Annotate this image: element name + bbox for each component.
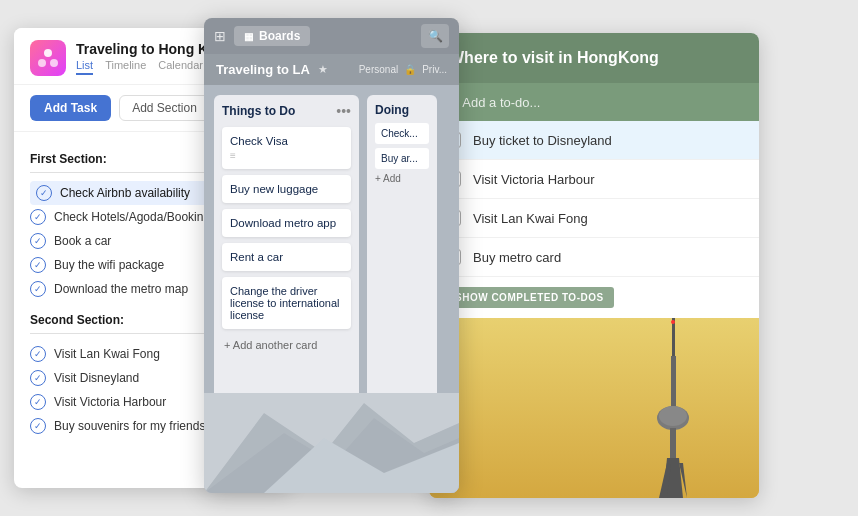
card-text: Change the driver license to internation… bbox=[230, 285, 343, 321]
show-completed-button[interactable]: SHOW COMPLETED TO-DOS bbox=[445, 287, 614, 308]
add-doing-button[interactable]: + Add bbox=[375, 173, 429, 184]
task-checkbox[interactable]: ✓ bbox=[30, 346, 46, 362]
window3-header: Where to visit in HongKong bbox=[429, 33, 759, 83]
todo-item: Visit Victoria Harbour bbox=[429, 160, 759, 199]
boards-grid-icon: ▦ bbox=[244, 31, 253, 42]
todo-item: Visit Lan Kwai Fong bbox=[429, 199, 759, 238]
star-icon[interactable]: ★ bbox=[318, 63, 328, 76]
search-button[interactable]: 🔍 bbox=[421, 24, 449, 48]
todo-list: Buy ticket to Disneyland Visit Victoria … bbox=[429, 121, 759, 277]
col-menu-icon[interactable]: ••• bbox=[336, 103, 351, 119]
trello-card[interactable]: Change the driver license to internation… bbox=[222, 277, 351, 329]
card-text: Rent a car bbox=[230, 251, 343, 263]
doing-card[interactable]: Check... bbox=[375, 123, 429, 144]
trello-card[interactable]: Check Visa ≡ bbox=[222, 127, 351, 169]
add-task-button[interactable]: Add Task bbox=[30, 95, 111, 121]
task-checkbox[interactable]: ✓ bbox=[36, 185, 52, 201]
task-checkbox[interactable]: ✓ bbox=[30, 370, 46, 386]
todo-item: Buy ticket to Disneyland bbox=[429, 121, 759, 160]
board-title: Traveling to LA bbox=[216, 62, 310, 77]
task-checkbox[interactable]: ✓ bbox=[30, 209, 46, 225]
trello-card[interactable]: Buy new luggage bbox=[222, 175, 351, 203]
trello-topbar: ⊞ ▦ Boards 🔍 bbox=[204, 18, 459, 54]
task-text: Buy souvenirs for my friends bbox=[54, 419, 205, 433]
svg-rect-7 bbox=[429, 318, 759, 498]
add-section-button[interactable]: Add Section bbox=[119, 95, 210, 121]
task-checkbox[interactable]: ✓ bbox=[30, 394, 46, 410]
tab-timeline[interactable]: Timeline bbox=[105, 59, 146, 75]
todo-text: Visit Lan Kwai Fong bbox=[473, 211, 588, 226]
card-drag-icon: ≡ bbox=[230, 150, 343, 161]
boards-label: Boards bbox=[259, 29, 300, 43]
col-title-todo: Things to Do bbox=[222, 104, 295, 118]
task-text: Visit Victoria Harbour bbox=[54, 395, 166, 409]
board-tag-personal: Personal bbox=[359, 64, 398, 75]
task-text: Download the metro map bbox=[54, 282, 188, 296]
board-tag-priv: Priv... bbox=[422, 64, 447, 75]
col-title-doing: Doing bbox=[375, 103, 429, 117]
boards-button[interactable]: ▦ Boards bbox=[234, 26, 310, 46]
todo-text: Buy ticket to Disneyland bbox=[473, 133, 612, 148]
todo-text: Buy metro card bbox=[473, 250, 561, 265]
task-text: Visit Disneyland bbox=[54, 371, 139, 385]
app-icon bbox=[30, 40, 66, 76]
board-header: Traveling to LA ★ Personal 🔒 Priv... bbox=[204, 54, 459, 85]
hongkong-window: Where to visit in HongKong + Add a to-do… bbox=[429, 33, 759, 498]
tower-svg bbox=[429, 318, 759, 498]
task-text: Visit Lan Kwai Fong bbox=[54, 347, 160, 361]
task-checkbox[interactable]: ✓ bbox=[30, 257, 46, 273]
todo-item: Buy metro card bbox=[429, 238, 759, 277]
svg-point-16 bbox=[671, 320, 675, 324]
task-checkbox[interactable]: ✓ bbox=[30, 418, 46, 434]
task-text: Book a car bbox=[54, 234, 111, 248]
svg-rect-8 bbox=[672, 318, 675, 358]
trello-card[interactable]: Rent a car bbox=[222, 243, 351, 271]
window3-title: Where to visit in HongKong bbox=[449, 49, 739, 67]
card-text: Download metro app bbox=[230, 217, 343, 229]
trello-window: ⊞ ▦ Boards 🔍 Traveling to LA ★ Personal … bbox=[204, 18, 459, 493]
task-text: Buy the wifi package bbox=[54, 258, 164, 272]
add-card-button[interactable]: + Add another card bbox=[222, 335, 351, 355]
task-text: Check Airbnb availability bbox=[60, 186, 190, 200]
board-privacy-icon: 🔒 bbox=[404, 64, 416, 75]
search-icon: 🔍 bbox=[428, 29, 443, 43]
mountain-bg bbox=[204, 393, 459, 493]
svg-point-0 bbox=[44, 49, 52, 57]
card-text: Buy new luggage bbox=[230, 183, 343, 195]
trello-card[interactable]: Download metro app bbox=[222, 209, 351, 237]
add-todo-placeholder: Add a to-do... bbox=[462, 95, 540, 110]
doing-card[interactable]: Buy ar... bbox=[375, 148, 429, 169]
svg-point-2 bbox=[50, 59, 58, 67]
task-checkbox[interactable]: ✓ bbox=[30, 233, 46, 249]
tab-list[interactable]: List bbox=[76, 59, 93, 75]
add-todo-row[interactable]: + Add a to-do... bbox=[429, 83, 759, 121]
card-text: Check Visa bbox=[230, 135, 343, 147]
svg-point-1 bbox=[38, 59, 46, 67]
task-checkbox[interactable]: ✓ bbox=[30, 281, 46, 297]
todo-text: Visit Victoria Harbour bbox=[473, 172, 595, 187]
svg-point-11 bbox=[659, 406, 687, 426]
tower-image bbox=[429, 318, 759, 498]
home-icon[interactable]: ⊞ bbox=[214, 28, 226, 44]
tab-calendar[interactable]: Calendar bbox=[158, 59, 203, 75]
